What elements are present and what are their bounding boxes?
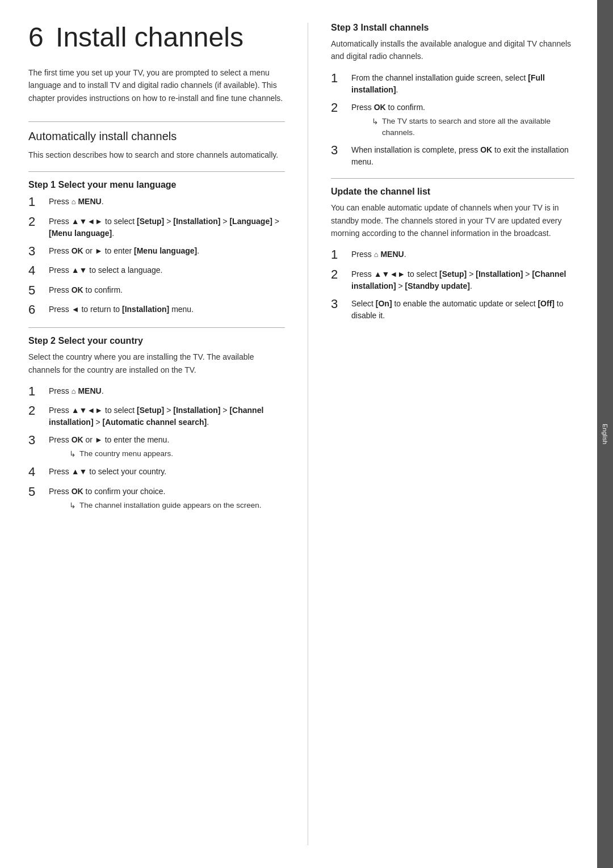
step3-intro: Automatically installs the available ana…	[331, 37, 574, 63]
list-item: 4 Press ▲▼ to select a language.	[28, 263, 285, 278]
list-item: 1 Press ⌂ MENU.	[331, 247, 574, 262]
side-tab-label: English	[602, 424, 608, 444]
list-item: 3 When installation is complete, press O…	[331, 143, 574, 168]
step-note: ↳ The country menu appears.	[69, 448, 285, 460]
step2-list: 1 Press ⌂ MENU. 2 Press ▲▼◄► to select […	[28, 384, 285, 512]
list-item: 3 Press OK or ► to enter [Menu language]…	[28, 244, 285, 259]
section-divider-3	[28, 327, 285, 328]
step3-list: 1 From the channel installation guide sc…	[331, 71, 574, 168]
list-item: 1 From the channel installation guide sc…	[331, 71, 574, 96]
chapter-number: 6	[28, 22, 44, 52]
step3-heading: Step 3 Install channels	[331, 23, 574, 33]
chapter-title: 6 Install channels	[28, 23, 285, 53]
list-item: 2 Press ▲▼◄► to select [Setup] > [Instal…	[28, 214, 285, 239]
section-divider-4	[331, 178, 574, 179]
update-channel-intro: You can enable automatic update of chann…	[331, 201, 574, 239]
chapter-title-text: Install channels	[56, 22, 243, 52]
list-item: 6 Press ◄ to return to [Installation] me…	[28, 302, 285, 317]
home-icon: ⌂	[374, 250, 379, 259]
list-item: 4 Press ▲▼ to select your country.	[28, 465, 285, 479]
list-item: 1 Press ⌂ MENU.	[28, 384, 285, 399]
page-container: 6 Install channels The first time you se…	[0, 0, 613, 868]
update-channel-heading: Update the channel list	[331, 187, 574, 197]
section-divider-2	[28, 171, 285, 172]
arrow-icon: ↳	[69, 448, 76, 460]
left-column: 6 Install channels The first time you se…	[28, 23, 285, 845]
step1-list: 1 Press ⌂ MENU. 2 Press ▲▼◄► to select […	[28, 195, 285, 317]
page-wrapper: 6 Install channels The first time you se…	[0, 0, 613, 868]
list-item: 2 Press ▲▼◄► to select [Setup] > [Instal…	[331, 267, 574, 292]
auto-install-heading: Automatically install channels	[28, 130, 285, 143]
side-tab: English	[597, 0, 613, 868]
list-item: 3 Select [On] to enable the automatic up…	[331, 297, 574, 322]
arrow-icon: ↳	[372, 116, 379, 128]
step-note: ↳ The channel installation guide appears…	[69, 500, 285, 512]
home-icon: ⌂	[72, 197, 76, 206]
list-item: 3 Press OK or ► to enter the menu. ↳ The…	[28, 433, 285, 460]
update-channel-list: 1 Press ⌂ MENU. 2 Press ▲▼◄► to select […	[331, 247, 574, 321]
list-item: 5 Press OK to confirm your choice. ↳ The…	[28, 484, 285, 512]
step2-heading: Step 2 Select your country	[28, 336, 285, 346]
list-item: 1 Press ⌂ MENU.	[28, 195, 285, 209]
step-note: ↳ The TV starts to search and store all …	[372, 116, 574, 139]
main-content: 6 Install channels The first time you se…	[0, 0, 597, 868]
list-item: 2 Press ▲▼◄► to select [Setup] > [Instal…	[28, 403, 285, 428]
list-item: 5 Press OK to confirm.	[28, 283, 285, 298]
right-column: Step 3 Install channels Automatically in…	[308, 23, 574, 845]
arrow-icon: ↳	[69, 500, 76, 512]
intro-paragraph: The first time you set up your TV, you a…	[28, 66, 285, 104]
home-icon: ⌂	[72, 387, 76, 395]
list-item: 2 Press OK to confirm. ↳ The TV starts t…	[331, 100, 574, 139]
section-divider-1	[28, 121, 285, 122]
auto-install-intro: This section describes how to search and…	[28, 149, 285, 161]
step1-heading: Step 1 Select your menu language	[28, 180, 285, 190]
step2-intro: Select the country where you are install…	[28, 351, 285, 376]
